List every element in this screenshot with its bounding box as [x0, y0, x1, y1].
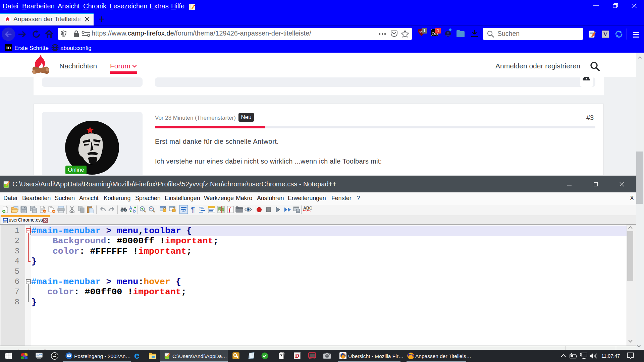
svg-text:b: b	[133, 209, 136, 213]
svg-text:A: A	[129, 206, 132, 210]
svg-text:V: V	[603, 31, 608, 38]
